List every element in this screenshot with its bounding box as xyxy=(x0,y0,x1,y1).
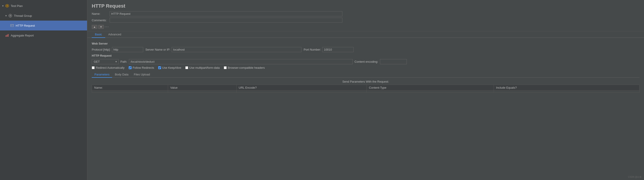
web-server-title: Web Server xyxy=(92,42,640,45)
sidebar-item-thread-group[interactable]: ▼ Thread Group xyxy=(0,11,87,20)
http-request-icon xyxy=(10,23,14,28)
tab-basic[interactable]: Basic xyxy=(92,31,105,38)
sidebar: ▼ Test Plan ▼ Thread Group xyxy=(0,0,87,180)
col-name: Name: xyxy=(92,85,168,91)
web-server-row: Protocol [http]: Server Name or IP: Port… xyxy=(92,47,640,52)
http-req-title: HTTP Request xyxy=(92,54,640,57)
sidebar-item-test-plan[interactable]: ▼ Test Plan xyxy=(0,1,87,11)
follow-redirects-checkbox[interactable] xyxy=(129,66,132,69)
params-send-label: Send Parameters With the Request: xyxy=(92,80,640,83)
use-keepalive-checkbox[interactable] xyxy=(158,66,161,69)
table-row-empty xyxy=(92,91,640,93)
aggregate-report-icon xyxy=(5,33,10,38)
svg-rect-12 xyxy=(7,35,8,37)
follow-redirects-label: Follow Redirects xyxy=(133,66,154,70)
svg-rect-11 xyxy=(6,35,6,37)
content-area: Web Server Protocol [http]: Server Name … xyxy=(87,38,644,180)
col-include-equals: Include Equals? xyxy=(494,85,639,91)
use-multipart-label: Use multipart/form-data xyxy=(189,66,220,70)
sidebar-item-aggregate-report-label: Aggregate Report xyxy=(11,34,34,37)
comments-input[interactable] xyxy=(110,18,342,22)
encoding-input[interactable] xyxy=(380,59,407,64)
browser-headers-label: Browser-compatible headers xyxy=(228,66,265,70)
svg-rect-8 xyxy=(10,24,14,27)
port-label: Port Number: xyxy=(304,48,321,51)
comments-row: Comments: xyxy=(92,18,640,22)
checkbox-follow-redirects[interactable]: Follow Redirects xyxy=(129,66,154,70)
cell-include-equals-empty xyxy=(494,91,639,93)
toolbar-dots: ··· xyxy=(105,25,109,29)
tab-advanced[interactable]: Advanced xyxy=(105,31,124,38)
col-url-encode: URL Encode? xyxy=(236,85,366,91)
thread-group-icon xyxy=(8,14,12,18)
method-wrapper: GET POST PUT DELETE PATCH HEAD OPTIONS ▼ xyxy=(92,59,118,64)
expand-icon-test-plan: ▼ xyxy=(2,5,4,7)
toolbar-row: ▲ ▼ ··· xyxy=(92,24,640,30)
params-table: Name: Value URL Encode? Content-Type Inc… xyxy=(92,85,640,93)
toolbar-down-btn[interactable]: ▼ xyxy=(98,25,104,29)
path-input[interactable] xyxy=(129,59,353,64)
toolbar-up-btn[interactable]: ▲ xyxy=(92,25,97,29)
page-title: HTTP Request xyxy=(92,3,640,9)
cell-value-empty xyxy=(168,91,236,93)
test-plan-icon xyxy=(5,4,10,8)
sidebar-item-http-request[interactable]: HTTP Request xyxy=(0,20,87,30)
sub-tab-parameters[interactable]: Parameters xyxy=(92,72,112,78)
cell-name-empty xyxy=(92,91,168,93)
path-label: Path: xyxy=(120,60,127,63)
comments-label: Comments: xyxy=(92,18,110,22)
browser-headers-checkbox[interactable] xyxy=(224,66,227,69)
name-label: Name: xyxy=(92,12,110,16)
server-group: Server Name or IP: xyxy=(146,47,302,52)
server-label: Server Name or IP: xyxy=(146,48,170,51)
port-group: Port Number: xyxy=(304,47,354,52)
encoding-label: Content encoding: xyxy=(354,60,378,63)
name-row: Name: xyxy=(92,11,640,16)
svg-point-3 xyxy=(10,15,11,16)
protocol-group: Protocol [http]: xyxy=(92,47,143,52)
svg-point-1 xyxy=(6,5,8,6)
sub-tab-files-upload[interactable]: Files Upload xyxy=(131,72,152,78)
watermark: CSDN @白客 xyxy=(628,176,642,179)
redirect-auto-label: Redirect Automatically xyxy=(96,66,125,70)
method-select[interactable]: GET POST PUT DELETE PATCH HEAD OPTIONS xyxy=(92,59,118,64)
svg-rect-13 xyxy=(8,34,8,37)
checkboxes-row: Redirect Automatically Follow Redirects … xyxy=(92,66,640,70)
sub-tabs-bar: Parameters Body Data Files Upload xyxy=(92,72,640,78)
port-input[interactable] xyxy=(322,47,354,52)
col-value: Value xyxy=(168,85,236,91)
checkbox-browser-headers[interactable]: Browser-compatible headers xyxy=(224,66,265,70)
protocol-label: Protocol [http]: xyxy=(92,48,110,51)
use-keepalive-label: Use KeepAlive xyxy=(162,66,181,70)
server-input[interactable] xyxy=(172,47,302,52)
expand-icon-thread-group: ▼ xyxy=(5,14,7,17)
protocol-input[interactable] xyxy=(112,47,143,52)
page-header: HTTP Request Name: Comments: ▲ ▼ ··· xyxy=(87,0,644,31)
tabs-bar: Basic Advanced xyxy=(87,31,644,38)
use-multipart-checkbox[interactable] xyxy=(185,66,188,69)
sidebar-item-thread-group-label: Thread Group xyxy=(14,14,32,18)
main-content: HTTP Request Name: Comments: ▲ ▼ ··· Bas… xyxy=(87,0,644,180)
checkbox-redirect-auto[interactable]: Redirect Automatically xyxy=(92,66,125,70)
params-table-header-row: Name: Value URL Encode? Content-Type Inc… xyxy=(92,85,640,91)
sidebar-item-aggregate-report[interactable]: Aggregate Report xyxy=(0,30,87,40)
checkbox-use-multipart[interactable]: Use multipart/form-data xyxy=(185,66,220,70)
cell-content-type-empty xyxy=(366,91,494,93)
http-req-row: GET POST PUT DELETE PATCH HEAD OPTIONS ▼… xyxy=(92,59,640,64)
name-input[interactable] xyxy=(110,11,342,16)
cell-url-encode-empty xyxy=(236,91,366,93)
checkbox-use-keepalive[interactable]: Use KeepAlive xyxy=(158,66,181,70)
col-content-type: Content-Type xyxy=(366,85,494,91)
sub-tab-body-data[interactable]: Body Data xyxy=(112,72,131,78)
sidebar-item-test-plan-label: Test Plan xyxy=(11,4,22,8)
redirect-auto-checkbox[interactable] xyxy=(92,66,95,69)
sidebar-item-http-request-label: HTTP Request xyxy=(16,24,35,27)
